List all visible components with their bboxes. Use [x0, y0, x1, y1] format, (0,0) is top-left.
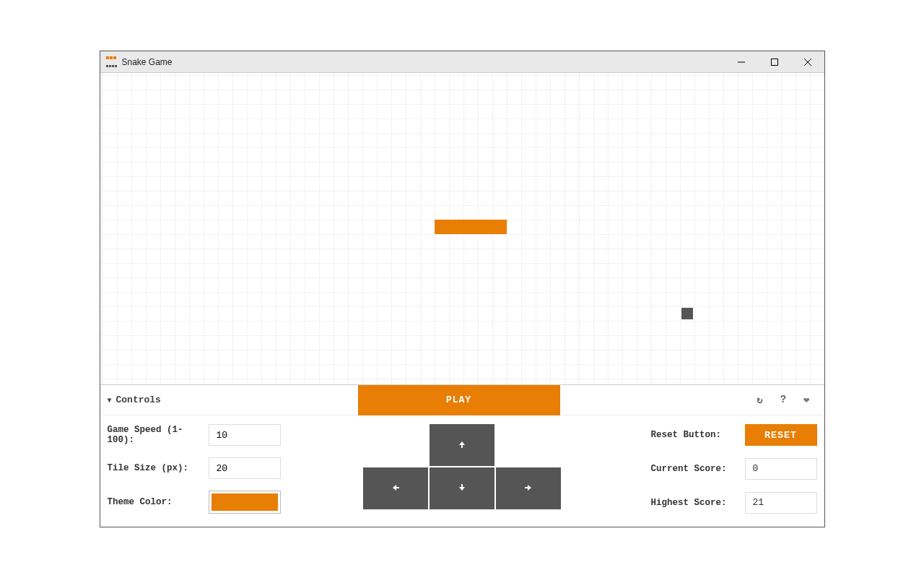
window-controls	[725, 51, 824, 73]
app-window: Snake Game Controls PLAY ↻ ? ❤ Game Spee…	[100, 51, 825, 527]
svg-rect-1	[771, 59, 777, 65]
reset-label: Reset Button:	[651, 430, 745, 440]
speed-input[interactable]	[209, 424, 281, 446]
reset-button[interactable]: RESET	[745, 424, 817, 446]
theme-label: Theme Color:	[108, 497, 209, 507]
settings-column: Game Speed (1-100): Tile Size (px): Them…	[108, 424, 347, 514]
snake-segment	[449, 220, 463, 234]
highest-score-value: 21	[745, 492, 817, 514]
theme-color-picker[interactable]	[209, 491, 281, 514]
header-icons: ↻ ? ❤	[757, 394, 809, 406]
controls-body: Game Speed (1-100): Tile Size (px): Them…	[100, 415, 824, 527]
titlebar[interactable]: Snake Game	[100, 51, 824, 73]
refresh-icon[interactable]: ↻	[757, 394, 762, 406]
highest-score-label: Highest Score:	[651, 498, 745, 508]
arrow-up-button[interactable]	[430, 424, 494, 466]
minimize-button[interactable]	[725, 51, 758, 73]
dpad-column	[361, 424, 563, 514]
app-icon	[106, 56, 118, 68]
controls-header: Controls PLAY ↻ ? ❤	[100, 385, 824, 415]
window-title: Snake Game	[122, 57, 173, 67]
snake-segment	[478, 220, 492, 234]
tile-input[interactable]	[209, 457, 281, 479]
controls-toggle[interactable]: Controls	[108, 394, 161, 405]
game-board[interactable]	[100, 73, 824, 385]
current-score-label: Current Score:	[651, 464, 745, 474]
arrow-down-button[interactable]	[430, 467, 494, 509]
food-block	[681, 308, 693, 319]
help-icon[interactable]: ?	[780, 394, 786, 406]
snake-segment	[435, 220, 449, 234]
speed-label: Game Speed (1-100):	[108, 425, 209, 445]
tile-label: Tile Size (px):	[108, 463, 209, 473]
theme-color-preview	[212, 493, 278, 511]
play-button[interactable]: PLAY	[358, 385, 560, 415]
score-column: Reset Button: RESET Current Score: 0 Hig…	[578, 424, 817, 514]
arrow-left-button[interactable]	[363, 467, 428, 509]
heart-icon[interactable]: ❤	[803, 394, 809, 406]
snake-segment	[463, 220, 478, 234]
maximize-button[interactable]	[758, 51, 791, 73]
close-button[interactable]	[791, 51, 824, 73]
current-score-value: 0	[745, 458, 817, 480]
snake-segment	[492, 220, 507, 234]
arrow-right-button[interactable]	[496, 467, 561, 509]
dpad	[363, 424, 561, 509]
